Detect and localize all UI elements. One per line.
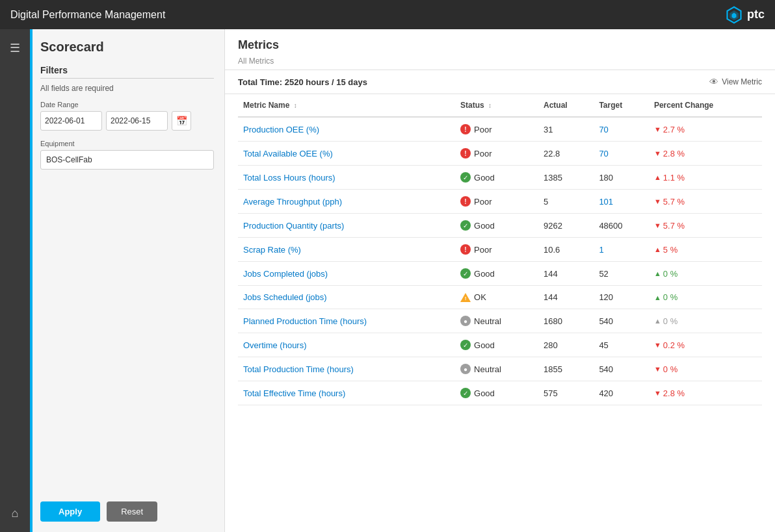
percent-change-cell: ▲ 0 % <box>649 262 762 286</box>
view-metric-label: View Metric <box>722 77 762 86</box>
metric-name-link[interactable]: Overtime (hours) <box>243 340 307 350</box>
metric-name-link[interactable]: Average Throughput (pph) <box>243 197 342 207</box>
metric-name-cell: Jobs Scheduled (jobs) <box>238 286 455 309</box>
target-cell: 101 <box>594 190 649 214</box>
col-status[interactable]: Status ↕ <box>455 94 538 117</box>
target-link[interactable]: 70 <box>599 149 608 158</box>
target-cell: 180 <box>594 166 649 190</box>
view-metric-button[interactable]: 👁 View Metric <box>709 77 762 87</box>
good-icon: ✓ <box>460 172 471 183</box>
sort-metric-name-icon: ↕ <box>294 102 297 109</box>
table-row: Overtime (hours)✓Good28045▼ 0.2 % <box>238 333 762 357</box>
status-label: Good <box>474 221 495 231</box>
equipment-input[interactable] <box>40 150 214 170</box>
neutral-icon: ● <box>460 364 471 374</box>
actual-cell: 1680 <box>538 309 594 333</box>
metrics-title: Metrics <box>238 38 762 52</box>
sort-status-icon: ↕ <box>488 102 492 109</box>
good-icon: ✓ <box>460 220 471 231</box>
metric-name-cell: Scrap Rate (%) <box>238 238 455 262</box>
percent-change-value: ▲ 5 % <box>654 245 757 255</box>
metric-name-link[interactable]: Production OEE (%) <box>243 125 319 134</box>
metric-name-cell: Jobs Completed (jobs) <box>238 262 455 286</box>
table-row: Total Production Time (hours)●Neutral185… <box>238 357 762 381</box>
filters-label: Filters <box>40 65 214 75</box>
ptc-logo: ptc <box>725 6 765 24</box>
calendar-button[interactable]: 📅 <box>172 111 191 131</box>
hamburger-icon[interactable]: ☰ <box>6 37 24 59</box>
date-start-input[interactable] <box>40 111 102 131</box>
metric-name-link[interactable]: Total Effective Time (hours) <box>243 388 345 398</box>
poor-icon: ! <box>460 124 471 134</box>
table-row: Jobs Completed (jobs)✓Good14452▲ 0 % <box>238 262 762 286</box>
status-cell: !Poor <box>455 142 538 166</box>
metric-name-link[interactable]: Jobs Scheduled (jobs) <box>243 292 327 302</box>
target-cell: 1 <box>594 238 649 262</box>
metric-name-link[interactable]: Jobs Completed (jobs) <box>243 269 328 279</box>
table-row: Total Loss Hours (hours)✓Good1385180▲ 1.… <box>238 166 762 190</box>
all-metrics-link[interactable]: All Metrics <box>238 57 274 66</box>
pct-arrow-icon: ▼ <box>654 365 661 373</box>
table-row: Average Throughput (pph)!Poor5101▼ 5.7 % <box>238 190 762 214</box>
good-icon: ✓ <box>460 388 471 398</box>
metric-name-link[interactable]: Total Production Time (hours) <box>243 364 354 374</box>
target-cell: 70 <box>594 142 649 166</box>
pct-arrow-icon: ▼ <box>654 222 661 229</box>
metric-name-link[interactable]: Production Quantity (parts) <box>243 221 344 231</box>
pct-arrow-icon: ▼ <box>654 389 661 397</box>
main-layout: ☰ ⌂ Scorecard Filters All fields are req… <box>0 29 775 532</box>
apply-button[interactable]: Apply <box>40 501 100 522</box>
ptc-logo-text: ptc <box>747 8 765 21</box>
status-label: Poor <box>474 197 492 207</box>
sidebar: Scorecard Filters All fields are require… <box>30 29 225 532</box>
col-metric-name[interactable]: Metric Name ↕ <box>238 94 455 117</box>
app-title: Digital Performance Management <box>10 9 165 21</box>
target-link[interactable]: 101 <box>599 197 613 207</box>
percent-change-cell: ▼ 2.8 % <box>649 142 762 166</box>
percent-change-value: ▲ 0 % <box>654 269 757 279</box>
reset-button[interactable]: Reset <box>107 501 157 522</box>
metric-name-cell: Average Throughput (pph) <box>238 190 455 214</box>
actual-cell: 10.6 <box>538 238 594 262</box>
poor-icon: ! <box>460 244 471 255</box>
status-label: Good <box>474 388 495 398</box>
actual-cell: 144 <box>538 286 594 309</box>
pct-arrow-icon: ▲ <box>654 246 661 253</box>
home-icon[interactable]: ⌂ <box>8 503 23 524</box>
metric-name-link[interactable]: Planned Production Time (hours) <box>243 316 367 326</box>
percent-change-value: ▼ 2.8 % <box>654 388 757 398</box>
equipment-label: Equipment <box>40 140 214 147</box>
target-link[interactable]: 1 <box>599 245 603 255</box>
metric-name-link[interactable]: Total Available OEE (%) <box>243 149 333 158</box>
target-cell: 52 <box>594 262 649 286</box>
top-header: Digital Performance Management ptc <box>0 0 775 29</box>
metric-name-link[interactable]: Total Loss Hours (hours) <box>243 173 335 183</box>
target-link[interactable]: 70 <box>599 125 608 134</box>
nav-strip-bottom: ⌂ <box>8 503 23 524</box>
status-label: Neutral <box>474 364 501 374</box>
required-note: All fields are required <box>40 84 214 93</box>
table-row: Production Quantity (parts)✓Good92624860… <box>238 214 762 238</box>
pct-arrow-icon: ▲ <box>654 173 661 181</box>
date-range-row: 📅 <box>40 111 214 131</box>
status-cell: ✓Good <box>455 166 538 190</box>
main-content: Metrics All Metrics Total Time: 2520 hou… <box>225 29 775 532</box>
ptc-logo-icon <box>725 6 743 24</box>
status-label: Good <box>474 340 495 350</box>
percent-change-cell: ▲ 1.1 % <box>649 166 762 190</box>
date-end-input[interactable] <box>106 111 168 131</box>
metrics-tbody: Production OEE (%)!Poor3170▼ 2.7 %Total … <box>238 117 762 405</box>
status-label: OK <box>474 292 486 302</box>
metric-name-link[interactable]: Scrap Rate (%) <box>243 245 301 255</box>
calendar-icon: 📅 <box>176 116 187 126</box>
status-cell: ✓Good <box>455 214 538 238</box>
target-cell: 540 <box>594 357 649 381</box>
sidebar-buttons: Apply Reset <box>40 501 214 522</box>
pct-arrow-icon: ▼ <box>654 125 661 133</box>
poor-icon: ! <box>460 148 471 158</box>
table-row: Total Available OEE (%)!Poor22.870▼ 2.8 … <box>238 142 762 166</box>
percent-change-value: ▲ 0 % <box>654 316 757 326</box>
status-label: Good <box>474 269 495 279</box>
status-label: Neutral <box>474 316 501 326</box>
percent-change-cell: ▼ 2.8 % <box>649 381 762 405</box>
